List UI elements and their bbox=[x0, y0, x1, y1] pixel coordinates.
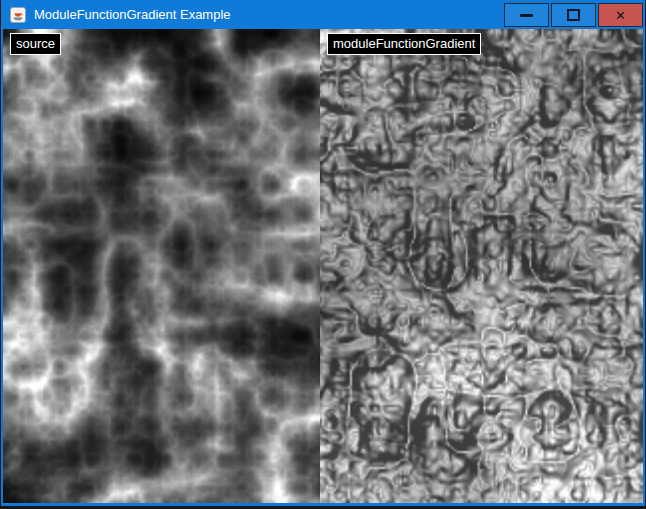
window-controls: ✕ bbox=[504, 3, 643, 27]
titlebar[interactable]: ModuleFunctionGradient Example ✕ bbox=[3, 0, 643, 29]
source-label: source bbox=[10, 33, 61, 55]
gradient-label: moduleFunctionGradient bbox=[327, 33, 481, 55]
maximize-button[interactable] bbox=[551, 3, 596, 27]
pane-source: source bbox=[3, 29, 320, 503]
source-image bbox=[3, 29, 320, 503]
close-icon: ✕ bbox=[615, 9, 626, 22]
minimize-dash-icon bbox=[520, 14, 533, 17]
pane-gradient: moduleFunctionGradient bbox=[320, 29, 643, 503]
close-button[interactable]: ✕ bbox=[598, 3, 643, 27]
java-application-icon[interactable] bbox=[10, 7, 26, 23]
minimize-button[interactable] bbox=[504, 3, 549, 27]
maximize-square-icon bbox=[567, 9, 580, 21]
app-window: ModuleFunctionGradient Example ✕ source … bbox=[1, 0, 645, 506]
content-area: source moduleFunctionGradient bbox=[3, 29, 643, 503]
gradient-image bbox=[320, 29, 643, 503]
